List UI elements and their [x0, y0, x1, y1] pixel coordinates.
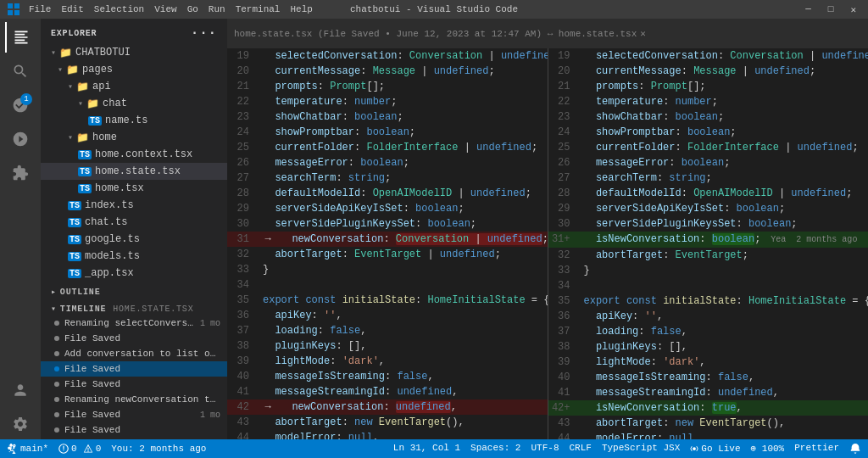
arrow-right-icon: →	[259, 232, 276, 247]
code-line: 29 serverSideApiKeyIsSet: boolean;	[227, 201, 548, 216]
code-line: 20 currentMessage: Message | undefined;	[548, 64, 869, 79]
tree-pages[interactable]: ▾ 📁 pages	[41, 61, 227, 78]
timeline-item-5[interactable]: Renaming newConversation to isNewC...	[41, 392, 227, 407]
timeline-item-6[interactable]: File Saved 1 mo	[41, 407, 227, 422]
activity-settings[interactable]	[5, 409, 36, 439]
chevron-right-icon: ▸	[51, 287, 57, 297]
go-live-button[interactable]: Go Live	[690, 443, 740, 455]
timeline-item-2[interactable]: Add conversation to list only after AI m…	[41, 346, 227, 361]
language-mode[interactable]: TypeScript JSX	[602, 443, 680, 455]
timeline-item-3[interactable]: File Saved	[41, 361, 227, 377]
tree-name-ts[interactable]: TS name.ts	[41, 112, 227, 129]
timeline-item-1[interactable]: File Saved	[41, 331, 227, 346]
code-line: 25 currentFolder: FolderInterface | unde…	[227, 140, 548, 155]
code-line: 44 modelError: null,	[548, 431, 869, 439]
activity-account[interactable]	[5, 375, 36, 405]
status-bar: main* 0 0 You: 2 months ago Ln 31, Col 1…	[0, 439, 868, 458]
menu-help[interactable]: Help	[290, 4, 312, 14]
prettier-label[interactable]: Prettier	[794, 443, 839, 455]
notification-text: You: 2 months ago	[111, 444, 206, 454]
window-controls[interactable]: ─ □ ✕	[800, 4, 861, 15]
code-area-left[interactable]: 19 selectedConversation: Conversation | …	[227, 48, 548, 439]
activity-extensions[interactable]	[5, 158, 36, 188]
error-icon	[58, 444, 69, 454]
timeline-dot	[54, 336, 59, 341]
minimize-button[interactable]: ─	[800, 4, 816, 15]
chevron-down-icon: ▾	[51, 304, 57, 314]
activity-bar: 1	[0, 19, 41, 439]
close-icon[interactable]: ✕	[640, 28, 646, 39]
diff-editor: 19 selectedConversation: Conversation | …	[227, 48, 868, 439]
tree-chatbotui[interactable]: ▾ 📁 CHATBOTUI	[41, 44, 227, 61]
timeline-item-4[interactable]: File Saved	[41, 377, 227, 392]
outline-section-header[interactable]: ▸ OUTLINE	[41, 282, 227, 299]
tree-home[interactable]: ▾ 📁 home	[41, 129, 227, 146]
file-encoding[interactable]: UTF-8	[531, 443, 559, 455]
code-line: 28 defaultModelId: OpenAIModelID | undef…	[548, 186, 869, 201]
tree-home-context[interactable]: TS home.context.tsx	[41, 146, 227, 163]
status-bar-right: Ln 31, Col 1 Spaces: 2 UTF-8 CRLF TypeSc…	[393, 443, 861, 455]
code-line: 27 searchTerm: string;	[227, 170, 548, 186]
activity-explorer[interactable]	[5, 22, 36, 53]
cursor-position[interactable]: Ln 31, Col 1	[393, 443, 460, 455]
menu-file[interactable]: File	[29, 4, 51, 14]
menu-run[interactable]: Run	[209, 4, 225, 14]
chevron-down-icon: ▾	[68, 132, 73, 142]
menu-view[interactable]: View	[154, 4, 176, 14]
tree-chat-ts[interactable]: TS chat.ts	[41, 214, 227, 231]
editor-pane-right: 19 selectedConversation: Conversation | …	[548, 48, 869, 439]
code-line: 32 abortTarget: EventTarget;	[548, 248, 869, 263]
code-line: 41 messageStreamingId: undefined,	[548, 385, 869, 400]
timeline-section-header[interactable]: ▾ TIMELINE home.state.tsx	[41, 299, 227, 316]
timeline-dot	[54, 351, 59, 356]
explorer-menu-icon[interactable]: ···	[191, 25, 217, 41]
code-area-right[interactable]: 19 selectedConversation: Conversation | …	[548, 48, 869, 439]
code-line: 21 prompts: Prompt[];	[548, 79, 869, 94]
activity-git[interactable]: 1	[5, 90, 36, 120]
menu-bar[interactable]: File Edit Selection View Go Run Terminal…	[29, 4, 313, 14]
branch-name: main*	[20, 444, 48, 454]
code-line: 20 currentMessage: Message | undefined;	[227, 64, 548, 79]
error-count[interactable]: 0 0	[58, 444, 101, 454]
code-line: 22 temperature: number;	[548, 94, 869, 109]
code-line: 24 showPromptbar: boolean;	[548, 125, 869, 140]
code-line-deleted-42: 42 → newConversation: undefined,	[227, 399, 548, 415]
code-line: 22 temperature: number;	[227, 94, 548, 109]
tree-home-state[interactable]: TS home.state.tsx	[41, 163, 227, 180]
tree-home-tsx[interactable]: TS home.tsx	[41, 180, 227, 197]
code-line: 30 serverSidePluginKeysSet: boolean;	[548, 216, 869, 232]
menu-edit[interactable]: Edit	[61, 4, 83, 14]
menu-selection[interactable]: Selection	[94, 4, 144, 14]
indentation[interactable]: Spaces: 2	[470, 443, 520, 455]
timeline-dot	[54, 366, 59, 371]
tree-app-tsx[interactable]: TS _app.tsx	[41, 265, 227, 282]
tsx-file-icon: TS	[78, 167, 92, 176]
code-line: 26 messageError: boolean;	[227, 155, 548, 170]
svg-rect-2	[8, 10, 13, 15]
tree-google-ts[interactable]: TS google.ts	[41, 231, 227, 248]
tree-chat[interactable]: ▾ 📁 chat	[41, 95, 227, 112]
timeline-item-7[interactable]: File Saved	[41, 422, 227, 438]
tsx-file-icon: TS	[78, 184, 92, 193]
code-line: 33 }	[548, 263, 869, 278]
code-line: 38 pluginKeys: [],	[227, 338, 548, 354]
git-branch[interactable]: main*	[7, 444, 48, 454]
maximize-button[interactable]: □	[823, 4, 839, 15]
svg-rect-3	[14, 10, 19, 15]
svg-point-5	[693, 447, 696, 450]
bell-icon[interactable]	[849, 443, 861, 455]
menu-terminal[interactable]: Terminal	[236, 4, 281, 14]
tree-models-ts[interactable]: TS models.ts	[41, 248, 227, 265]
close-button[interactable]: ✕	[845, 4, 861, 15]
timeline-item-0[interactable]: Renaming selectConversationId to s... 1 …	[41, 316, 227, 331]
activity-search[interactable]	[5, 56, 36, 87]
line-ending[interactable]: CRLF	[570, 443, 592, 455]
timeline-dot	[54, 412, 59, 417]
code-line: 25 currentFolder: FolderInterface | unde…	[548, 140, 869, 155]
activity-debug[interactable]	[5, 124, 36, 154]
tree-api[interactable]: ▾ 📁 api	[41, 78, 227, 95]
sidebar: Explorer ··· ▾ 📁 CHATBOTUI ▾ 📁 pages ▾ 📁…	[41, 19, 227, 439]
menu-go[interactable]: Go	[187, 4, 198, 14]
ts-file-icon: TS	[88, 116, 102, 126]
tree-index-ts[interactable]: TS index.ts	[41, 197, 227, 214]
